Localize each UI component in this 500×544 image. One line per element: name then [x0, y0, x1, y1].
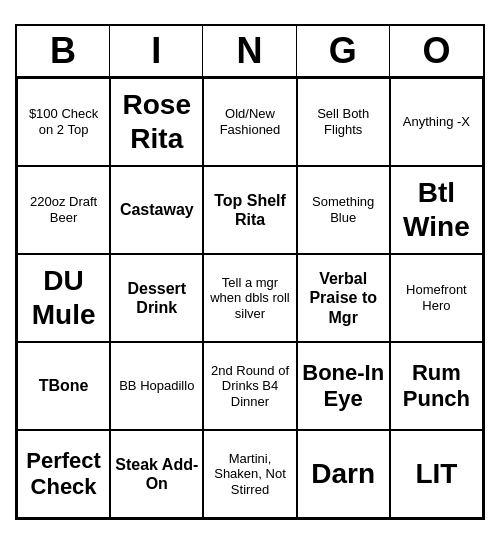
- bingo-cell-23: Darn: [297, 430, 390, 518]
- header-letter-n: N: [203, 26, 296, 76]
- bingo-cell-12: Tell a mgr when dbls roll silver: [203, 254, 296, 342]
- bingo-cell-16: BB Hopadillo: [110, 342, 203, 430]
- bingo-cell-19: Rum Punch: [390, 342, 483, 430]
- bingo-cell-6: Castaway: [110, 166, 203, 254]
- bingo-cell-0: $100 Check on 2 Top: [17, 78, 110, 166]
- bingo-cell-1: Rose Rita: [110, 78, 203, 166]
- bingo-cell-3: Sell Both Flights: [297, 78, 390, 166]
- header-letter-g: G: [297, 26, 390, 76]
- bingo-header: BINGO: [17, 26, 483, 78]
- bingo-cell-9: Btl Wine: [390, 166, 483, 254]
- header-letter-o: O: [390, 26, 483, 76]
- bingo-cell-14: Homefront Hero: [390, 254, 483, 342]
- bingo-cell-4: Anything -X: [390, 78, 483, 166]
- bingo-cell-2: Old/New Fashioned: [203, 78, 296, 166]
- bingo-cell-20: Perfect Check: [17, 430, 110, 518]
- bingo-cell-18: Bone-In Eye: [297, 342, 390, 430]
- bingo-cell-11: Dessert Drink: [110, 254, 203, 342]
- header-letter-i: I: [110, 26, 203, 76]
- bingo-card: BINGO $100 Check on 2 TopRose RitaOld/Ne…: [15, 24, 485, 520]
- header-letter-b: B: [17, 26, 110, 76]
- bingo-cell-7: Top Shelf Rita: [203, 166, 296, 254]
- bingo-cell-21: Steak Add-On: [110, 430, 203, 518]
- bingo-cell-13: Verbal Praise to Mgr: [297, 254, 390, 342]
- bingo-cell-5: 220oz Draft Beer: [17, 166, 110, 254]
- bingo-cell-22: Martini, Shaken, Not Stirred: [203, 430, 296, 518]
- bingo-grid: $100 Check on 2 TopRose RitaOld/New Fash…: [17, 78, 483, 518]
- bingo-cell-8: Something Blue: [297, 166, 390, 254]
- bingo-cell-10: DU Mule: [17, 254, 110, 342]
- bingo-cell-15: TBone: [17, 342, 110, 430]
- bingo-cell-17: 2nd Round of Drinks B4 Dinner: [203, 342, 296, 430]
- bingo-cell-24: LIT: [390, 430, 483, 518]
